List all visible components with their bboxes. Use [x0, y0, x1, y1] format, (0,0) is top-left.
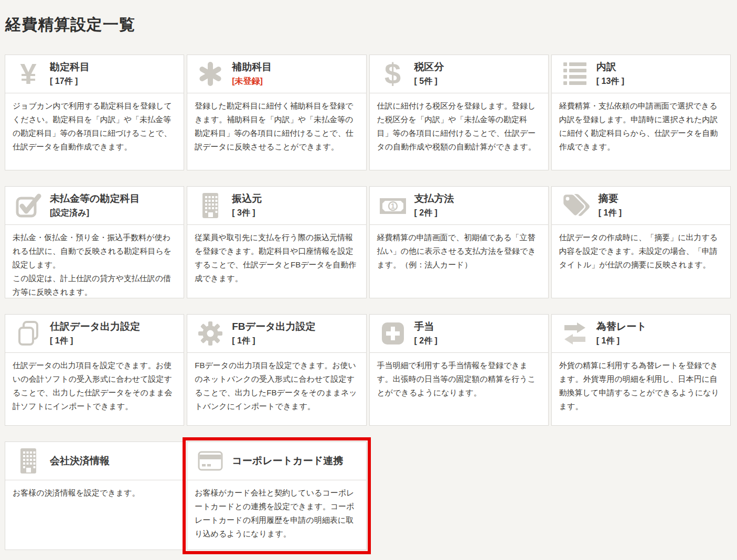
copy-pages-icon — [15, 320, 42, 347]
card-title: 摘要 — [599, 192, 622, 205]
card-exchange-rate[interactable]: 為替レート [ 1件 ] 外貨の精算に利用する為替レートを登録できます。外貨専用… — [551, 314, 731, 426]
card-description: 従業員や取引先に支払を行う際の振込元情報を登録できます。勘定科目や口座情報を設定… — [187, 225, 366, 285]
card-account-titles[interactable]: ¥ 勘定科目 [ 17件 ] ジョブカン内で利用する勘定科目を登録してください。… — [5, 55, 184, 170]
card-payment-methods[interactable]: 1 支払方法 [ 2件 ] 経費精算の申請画面で、初期値である「立替払い」の他に… — [369, 186, 549, 298]
card-header: コーポレートカード連携 — [187, 442, 366, 480]
building-icon — [197, 192, 224, 219]
card-header: 振込元 [ 3件 ] — [187, 187, 366, 225]
asterisk-icon — [197, 61, 224, 87]
card-description: 登録した勘定科目に紐付く補助科目を登録できます。補助科目を「内訳」や「未払金等の… — [187, 93, 366, 154]
card-count: [ 3件 ] — [232, 208, 262, 219]
credit-card-icon — [197, 448, 224, 473]
tags-icon — [561, 192, 591, 219]
card-description: 外貨の精算に利用する為替レートを登録できます。外貨専用の明細を利用し、日本円に自… — [552, 353, 730, 413]
card-tax-categories[interactable]: $ 税区分 [ 5件 ] 仕訳に紐付ける税区分を登録します。登録した税区分を「内… — [369, 55, 549, 170]
checkbox-check-icon — [15, 193, 42, 218]
page-title: 経費精算設定一覧 — [5, 14, 737, 36]
svg-text:1: 1 — [391, 202, 395, 210]
card-title: 内訳 — [596, 61, 624, 73]
card-header: ¥ 勘定科目 [ 17件 ] — [5, 55, 184, 93]
card-description: 経費精算・支払依頼の申請画面で選択できる内訳を登録します。申請時に選択された内訳… — [552, 93, 730, 154]
dollar-icon: $ — [379, 59, 407, 89]
card-count-unregistered: [未登録] — [232, 76, 272, 87]
list-icon — [561, 61, 589, 87]
gear-icon — [197, 321, 224, 346]
card-count-configured: [設定済み] — [50, 208, 140, 219]
settings-card-grid: ¥ 勘定科目 [ 17件 ] ジョブカン内で利用する勘定科目を登録してください。… — [5, 55, 731, 550]
card-transfer-source[interactable]: 振込元 [ 3件 ] 従業員や取引先に支払を行う際の振込元情報を登録できます。勘… — [187, 186, 366, 298]
card-title: 補助科目 — [232, 61, 272, 73]
banknote-icon: 1 — [379, 193, 407, 218]
exchange-arrows-icon — [561, 321, 589, 346]
card-header: 摘要 [ 1件 ] — [552, 187, 730, 225]
card-title: 未払金等の勘定科目 — [50, 192, 140, 205]
building-icon — [15, 448, 42, 474]
card-title: 支払方法 — [414, 192, 454, 205]
card-title: 振込元 — [232, 192, 262, 205]
card-allowance[interactable]: 手当 [ 2件 ] 手当明細で利用する手当情報を登録できます。出張時の日当等の固… — [369, 314, 549, 426]
card-header: 補助科目 [未登録] — [187, 55, 366, 93]
card-title: FBデータ出力設定 — [232, 320, 315, 333]
card-header: FBデータ出力設定 [ 1件 ] — [187, 315, 366, 353]
card-fb-data-output[interactable]: FBデータ出力設定 [ 1件 ] FBデータの出力項目を設定できます。お使いのネ… — [187, 314, 366, 426]
card-breakdowns[interactable]: 内訳 [ 13件 ] 経費精算・支払依頼の申請画面で選択できる内訳を登録します。… — [551, 55, 731, 170]
card-title: 税区分 — [414, 61, 444, 73]
card-accrued-account-titles[interactable]: 未払金等の勘定科目 [設定済み] 未払金・仮払金・預り金・振込手数料が使われる仕… — [5, 186, 184, 298]
card-count: [ 1件 ] — [596, 336, 647, 347]
card-description: 仕訳データの作成時に、「摘要」に出力する内容を設定できます。未設定の場合、「申請… — [552, 225, 730, 272]
card-count: [ 13件 ] — [596, 76, 624, 87]
card-description: 経費精算の申請画面で、初期値である「立替払い」の他に表示させる支払方法を登録でき… — [370, 225, 548, 272]
card-header: 内訳 [ 13件 ] — [552, 55, 730, 93]
card-description: お客様がカード会社と契約しているコーポレートカードとの連携を設定できます。コーポ… — [187, 480, 366, 541]
card-header: 未払金等の勘定科目 [設定済み] — [5, 187, 184, 225]
card-count: [ 17件 ] — [50, 76, 90, 87]
card-title: 仕訳データ出力設定 — [50, 320, 140, 333]
card-company-payment-info[interactable]: 会社決済情報 お客様の決済情報を設定できます。 — [5, 441, 184, 550]
card-header: 1 支払方法 [ 2件 ] — [370, 187, 548, 225]
card-journal-data-output[interactable]: 仕訳データ出力設定 [ 1件 ] 仕訳データの出力項目を設定できます。お使いの会… — [5, 314, 184, 426]
card-description: 仕訳に紐付ける税区分を登録します。登録した税区分を「内訳」や「未払金等の勘定科目… — [370, 93, 548, 154]
card-count: [ 5件 ] — [414, 76, 444, 87]
card-count: [ 1件 ] — [50, 336, 140, 347]
card-header: 会社決済情報 — [5, 442, 184, 480]
card-corporate-card-link[interactable]: コーポレートカード連携 お客様がカード会社と契約しているコーポレートカードとの連… — [187, 441, 366, 550]
card-title: 手当 — [414, 320, 437, 333]
card-description: 手当明細で利用する手当情報を登録できます。出張時の日当等の固定額の精算を行うこと… — [370, 353, 548, 400]
card-title: コーポレートカード連携 — [232, 455, 343, 467]
yen-icon: ¥ — [15, 59, 42, 89]
card-header: 仕訳データ出力設定 [ 1件 ] — [5, 315, 184, 353]
card-title: 会社決済情報 — [50, 455, 110, 467]
card-count: [ 1件 ] — [599, 208, 622, 219]
plus-icon — [379, 321, 407, 346]
card-header: 手当 [ 2件 ] — [370, 315, 548, 353]
card-title: 勘定科目 — [50, 61, 90, 73]
card-summary[interactable]: 摘要 [ 1件 ] 仕訳データの作成時に、「摘要」に出力する内容を設定できます。… — [551, 186, 731, 298]
card-description: お客様の決済情報を設定できます。 — [5, 480, 184, 500]
card-description: ジョブカン内で利用する勘定科目を登録してください。勘定科目を「内訳」や「未払金等… — [5, 93, 184, 154]
card-description: 未払金・仮払金・預り金・振込手数料が使われる仕訳に、自動で反映される勘定科目らを… — [5, 225, 184, 298]
card-header: $ 税区分 [ 5件 ] — [370, 55, 548, 93]
card-description: FBデータの出力項目を設定できます。お使いのネットバンクの受入形式に合わせて設定… — [187, 353, 366, 413]
card-count: [ 2件 ] — [414, 336, 437, 347]
card-sub-accounts[interactable]: 補助科目 [未登録] 登録した勘定科目に紐付く補助科目を登録できます。補助科目を… — [187, 55, 366, 170]
card-description: 仕訳データの出力項目を設定できます。お使いの会計ソフトの受入形式に合わせて設定す… — [5, 353, 184, 413]
card-count: [ 1件 ] — [232, 336, 315, 347]
card-title: 為替レート — [596, 320, 647, 333]
card-header: 為替レート [ 1件 ] — [552, 315, 730, 353]
card-count: [ 2件 ] — [414, 208, 454, 219]
